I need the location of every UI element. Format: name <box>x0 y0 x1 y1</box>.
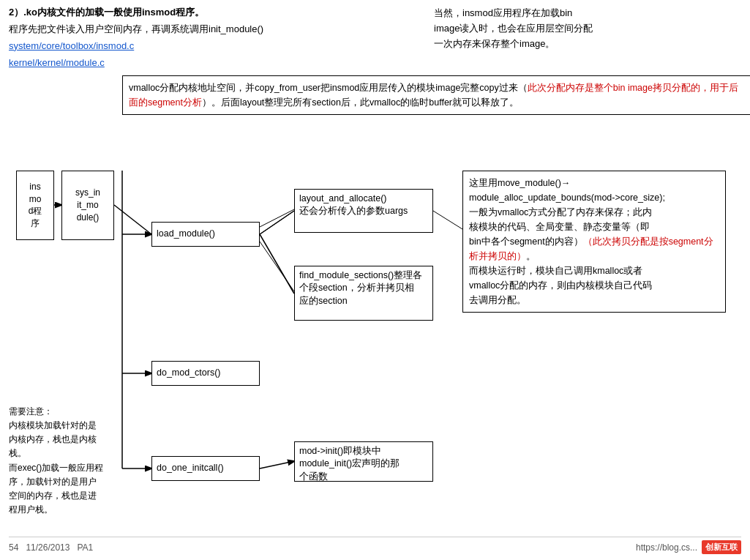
header-title: 2）.ko内核文件的加载一般使用insmod程序。 <box>9 6 360 19</box>
move-line6: 。 <box>526 251 536 261</box>
svg-line-10 <box>260 209 294 227</box>
note-line1: 需要注意： <box>9 406 53 417</box>
box-sysinit: sys_init_module() <box>61 171 114 240</box>
link-module[interactable]: kernel/kernel/module.c <box>9 57 360 68</box>
find-line1: find_module_sections()整理各 <box>299 270 422 280</box>
svg-line-4 <box>260 211 294 234</box>
logo-text: 创新互联 <box>705 542 738 551</box>
layout-line2: 还会分析传入的参数uargs <box>299 206 408 216</box>
svg-line-12 <box>260 461 294 468</box>
footer-date: 11/26/2013 <box>26 542 70 553</box>
footer-page: 54 <box>9 542 18 553</box>
box-layout: layout_and_allocate() 还会分析传入的参数uargs <box>294 189 433 233</box>
move-line5: bin中各个segment的内容） <box>469 236 583 247</box>
sysinit-label: sys_init_module() <box>75 187 100 223</box>
logo-box: 创新互联 <box>702 540 741 554</box>
move-line8: vmalloc分配的内存，则由内核模块自己代码 <box>469 280 652 291</box>
box-mod-init: mod->init()即模块中 module_init()宏声明的那 个函数 <box>294 441 433 482</box>
footer-label: PA1 <box>77 542 93 553</box>
right-text3: 一次内存来保存整个image。 <box>434 38 555 49</box>
box-load-module: load_module() <box>151 222 260 247</box>
note-line6: 序，加载针对的是用户 <box>9 477 97 487</box>
right-text2: image读入时，也会在应用层空间分配 <box>434 23 593 34</box>
box-move-module: 这里用move_module()→ module_alloc_update_bo… <box>462 171 726 313</box>
vmalloc-line1-end: ）。后面layout整理完所有section后，此vmalloc的临时buffe… <box>202 97 519 108</box>
note-line2: 内核模块加载针对的是 <box>9 420 97 430</box>
box-do-mod-ctors: do_mod_ctors() <box>151 361 260 386</box>
move-line4: 核模块的代码、全局变量、静态变量等（即 <box>469 222 650 232</box>
page: 2）.ko内核文件的加载一般使用insmod程序。 程序先把文件读入用户空间内存… <box>0 0 750 560</box>
footer-left: 54 11/26/2013 PA1 <box>9 542 93 553</box>
right-text1: 当然，insmod应用程序在加载bin <box>434 7 572 18</box>
mod-init-line1: mod->init()即模块中 <box>299 446 381 456</box>
header-left: 2）.ko内核文件的加载一般使用insmod程序。 程序先把文件读入用户空间内存… <box>9 6 360 68</box>
box-find-sections: find_module_sections()整理各 个段section，分析并拷… <box>294 266 433 321</box>
header-section: 2）.ko内核文件的加载一般使用insmod程序。 程序先把文件读入用户空间内存… <box>9 6 741 68</box>
note-line3: 内核内存，栈也是内核 <box>9 434 97 444</box>
do-mod-label: do_mod_ctors() <box>157 367 221 380</box>
load-module-label: load_module() <box>157 228 215 241</box>
note-line8: 程用户栈。 <box>9 504 53 515</box>
footer-logo: https://blog.cs... 创新互联 <box>636 540 741 554</box>
note-line4: 栈。 <box>9 448 26 458</box>
svg-line-11 <box>260 242 294 291</box>
svg-line-1 <box>114 205 151 234</box>
box-do-one-initcall: do_one_initcall() <box>151 456 260 481</box>
header-desc: 程序先把文件读入用户空间内存，再调系统调用init_module() <box>9 22 360 37</box>
move-line7: 而模块运行时，模块自己调用kmalloc或者 <box>469 266 642 276</box>
move-line3: 一般为vmalloc方式分配了内存来保存；此内 <box>469 207 652 217</box>
svg-line-6 <box>260 211 294 234</box>
mod-init-line2: module_init()宏声明的那 <box>299 458 400 468</box>
footer-url: https://blog.cs... <box>636 542 697 553</box>
insmod-label: insmod程序 <box>29 181 42 230</box>
note-line5: 而exec()加载一般应用程 <box>9 463 103 473</box>
link-insmod[interactable]: system/core/toolbox/insmod.c <box>9 40 360 51</box>
find-line3: 应的section <box>299 296 348 306</box>
layout-line1: layout_and_allocate() <box>299 193 387 204</box>
main-diagram: vmalloc分配内核地址空间，并copy_from_user把insmod应用… <box>9 75 741 515</box>
header-right: 当然，insmod应用程序在加载bin image读入时，也会在应用层空间分配 … <box>434 6 741 68</box>
move-line9: 去调用分配。 <box>469 295 526 305</box>
move-line2: module_alloc_update_bounds(mod->core_siz… <box>469 193 665 203</box>
note-left: 需要注意： 内核模块加载针对的是 内核内存，栈也是内核 栈。 而exec()加载… <box>9 405 122 518</box>
vmalloc-box: vmalloc分配内核地址空间，并copy_from_user把insmod应用… <box>122 75 750 115</box>
do-one-label: do_one_initcall() <box>157 462 224 475</box>
svg-line-5 <box>260 234 294 294</box>
footer: 54 11/26/2013 PA1 https://blog.cs... 创新互… <box>9 537 741 554</box>
svg-line-13 <box>433 211 462 229</box>
find-line2: 个段section，分析并拷贝相 <box>299 283 414 293</box>
note-line7: 空间的内存，栈也是进 <box>9 490 97 501</box>
vmalloc-line1: vmalloc分配内核地址空间，并copy_from_user把insmod应用… <box>129 83 528 93</box>
box-insmod: insmod程序 <box>16 171 54 240</box>
move-line1: 这里用move_module()→ <box>469 178 570 188</box>
mod-init-line3: 个函数 <box>299 471 328 482</box>
